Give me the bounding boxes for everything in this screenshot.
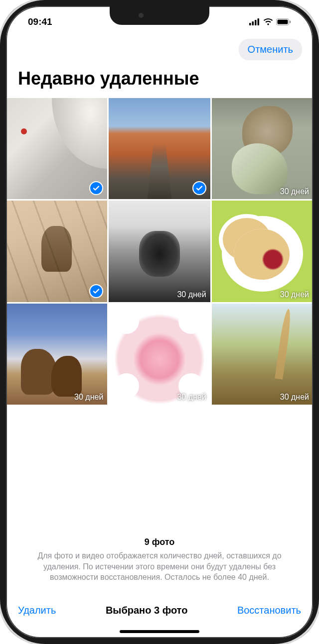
days-remaining-label: 30 дней: [280, 187, 309, 196]
days-remaining-label: 30 дней: [177, 290, 206, 299]
selected-checkmark-icon: [192, 181, 206, 195]
screen: 09:41 Отменить Недавно удаленные: [6, 6, 313, 638]
photo-count-label: 9 фото: [20, 537, 299, 547]
status-indicators: [249, 18, 291, 25]
selected-checkmark-icon: [89, 284, 103, 298]
nav-bar: Отменить: [6, 34, 313, 63]
svg-rect-0: [249, 23, 251, 25]
cellular-icon: [249, 18, 260, 25]
photo-thumbnail[interactable]: 30 дней: [109, 201, 210, 302]
photo-thumbnail[interactable]: 30 дней: [109, 304, 210, 405]
photo-image: [212, 304, 313, 405]
photo-thumbnail[interactable]: 30 дней: [212, 304, 313, 405]
footer-info: 9 фото Для фото и видео отображается кол…: [6, 537, 313, 593]
photo-thumbnail[interactable]: 30 дней: [212, 201, 313, 302]
days-remaining-label: 30 дней: [74, 393, 103, 402]
photo-thumbnail[interactable]: [6, 201, 107, 302]
recover-button[interactable]: Восстановить: [237, 603, 301, 618]
days-remaining-label: 30 дней: [280, 393, 309, 402]
delete-button[interactable]: Удалить: [18, 603, 56, 618]
cancel-button[interactable]: Отменить: [239, 39, 302, 60]
svg-rect-6: [290, 21, 291, 23]
wifi-icon: [263, 18, 273, 25]
svg-rect-3: [258, 18, 260, 25]
photo-thumbnail[interactable]: [6, 98, 107, 199]
days-remaining-label: 30 дней: [280, 290, 309, 299]
photo-thumbnail[interactable]: 30 дней: [212, 98, 313, 199]
photo-image: [109, 304, 210, 405]
photo-grid: 30 дней 30 дней 30 дней 30 дней 30 дней …: [6, 98, 313, 405]
battery-icon: [276, 18, 291, 25]
days-remaining-label: 30 дней: [177, 393, 206, 402]
home-indicator[interactable]: [120, 630, 199, 633]
page-title: Недавно удаленные: [6, 63, 313, 98]
svg-rect-1: [252, 21, 254, 25]
svg-rect-5: [278, 20, 288, 24]
photo-thumbnail[interactable]: [109, 98, 210, 199]
photo-image: [212, 201, 313, 302]
photo-image: [6, 304, 107, 405]
deletion-info-text: Для фото и видео отображается количество…: [20, 550, 299, 583]
selection-count-label: Выбрано 3 фото: [106, 605, 187, 616]
bottom-toolbar: Удалить Выбрано 3 фото Восстановить: [6, 593, 313, 623]
photo-image: [212, 98, 313, 199]
photo-image: [109, 201, 210, 302]
photo-thumbnail[interactable]: 30 дней: [6, 304, 107, 405]
svg-rect-2: [255, 20, 257, 25]
status-time: 09:41: [28, 16, 52, 27]
